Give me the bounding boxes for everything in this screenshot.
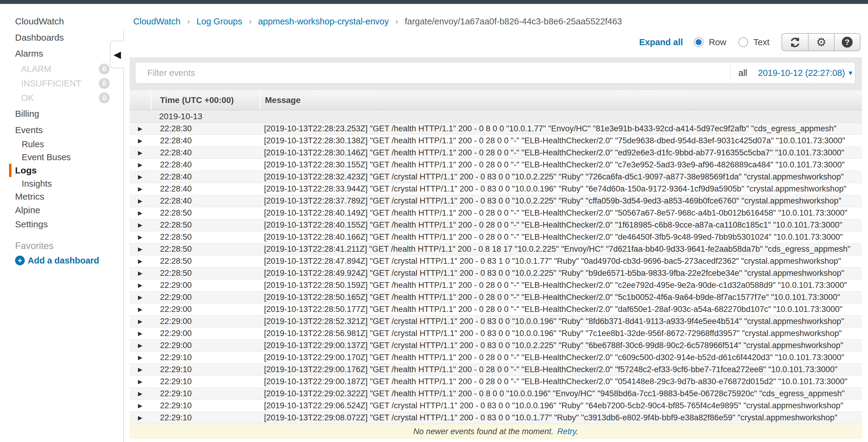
event-time: 22:28:30 bbox=[151, 124, 259, 133]
log-event-row[interactable]: ▶ 22:29:10 [2019-10-13T22:29:00.176Z] "G… bbox=[130, 364, 862, 376]
time-scope-label[interactable]: all bbox=[738, 68, 747, 78]
favorites-header: Favorites bbox=[0, 238, 124, 254]
help-button[interactable]: ? bbox=[834, 34, 860, 50]
sidebar-item-insufficient[interactable]: INSUFFICIENT 0 bbox=[0, 76, 124, 91]
sidebar-item-metrics[interactable]: Metrics bbox=[0, 190, 124, 203]
log-event-row[interactable]: ▶ 22:28:40 [2019-10-13T22:28:37.789Z] "G… bbox=[130, 195, 862, 207]
row-expander[interactable]: ▶ bbox=[130, 294, 151, 301]
expander-icon: ▶ bbox=[138, 282, 143, 289]
event-message: [2019-10-13T22:29:00.170Z] "GET /health … bbox=[259, 353, 862, 362]
sidebar-item-logs[interactable]: Logs bbox=[0, 164, 124, 177]
expander-icon: ▶ bbox=[138, 185, 143, 193]
row-expander[interactable]: ▶ bbox=[130, 210, 151, 216]
sidebar-item-event-buses[interactable]: Event Buses bbox=[0, 151, 124, 164]
expander-icon: ▶ bbox=[138, 125, 143, 132]
expand-all-link[interactable]: Expand all bbox=[639, 37, 683, 47]
log-event-row[interactable]: ▶ 22:29:10 [2019-10-13T22:29:06.524Z] "G… bbox=[130, 400, 862, 412]
retry-link[interactable]: Retry. bbox=[557, 427, 578, 436]
log-event-row[interactable]: ▶ 22:29:10 [2019-10-13T22:29:02.322Z] "G… bbox=[130, 388, 862, 400]
event-message: [2019-10-13T22:28:30.138Z] "GET /health … bbox=[259, 136, 862, 145]
sidebar-item-insights[interactable]: Insights bbox=[0, 177, 124, 190]
expander-icon: ▶ bbox=[138, 366, 143, 373]
log-event-row[interactable]: ▶ 22:29:00 [2019-10-13T22:28:56.981Z] "G… bbox=[130, 328, 862, 340]
log-event-row[interactable]: ▶ 22:28:40 [2019-10-13T22:28:32.423Z] "G… bbox=[130, 171, 862, 183]
add-dashboard-button[interactable]: + Add a dashboard bbox=[0, 254, 124, 267]
text-view-radio[interactable] bbox=[738, 37, 748, 47]
row-expander[interactable]: ▶ bbox=[130, 222, 151, 229]
log-event-row[interactable]: ▶ 22:29:00 [2019-10-13T22:28:50.177Z] "G… bbox=[130, 304, 862, 315]
event-time: 22:28:40 bbox=[151, 196, 259, 206]
settings-button[interactable]: ⚙ bbox=[808, 34, 834, 50]
row-expander[interactable]: ▶ bbox=[130, 185, 151, 193]
sidebar-item-rules[interactable]: Rules bbox=[0, 138, 124, 151]
active-accent-bar bbox=[9, 164, 11, 177]
row-expander[interactable]: ▶ bbox=[130, 246, 151, 252]
log-event-row[interactable]: ▶ 22:29:00 [2019-10-13T22:28:50.165Z] "G… bbox=[130, 292, 862, 304]
row-view-label[interactable]: Row bbox=[709, 37, 726, 47]
refresh-button[interactable] bbox=[782, 34, 808, 50]
log-event-row[interactable]: ▶ 22:28:50 [2019-10-13T22:28:41.211Z] "G… bbox=[130, 243, 862, 255]
sidebar-item-settings[interactable]: Settings bbox=[0, 217, 124, 232]
row-expander[interactable]: ▶ bbox=[130, 161, 151, 168]
filter-events-input[interactable] bbox=[135, 62, 730, 83]
row-expander[interactable]: ▶ bbox=[130, 402, 151, 409]
log-event-row[interactable]: ▶ 22:28:50 [2019-10-13T22:28:40.166Z] "G… bbox=[130, 231, 862, 243]
sidebar-item-cloudwatch[interactable]: CloudWatch bbox=[0, 13, 124, 30]
row-expander[interactable]: ▶ bbox=[130, 390, 151, 397]
expander-icon: ▶ bbox=[138, 173, 143, 180]
log-event-row[interactable]: ▶ 22:28:50 [2019-10-13T22:28:49.924Z] "G… bbox=[130, 267, 862, 279]
expander-icon: ▶ bbox=[138, 210, 143, 216]
expander-icon: ▶ bbox=[138, 270, 143, 277]
breadcrumb-log-group[interactable]: appmesh-workshop-crystal-envoy bbox=[258, 16, 389, 27]
log-event-row[interactable]: ▶ 22:29:00 [2019-10-13T22:28:50.159Z] "G… bbox=[130, 279, 862, 292]
log-event-row[interactable]: ▶ 22:28:40 [2019-10-13T22:28:30.155Z] "G… bbox=[130, 159, 862, 171]
log-event-row[interactable]: ▶ 22:28:40 [2019-10-13T22:28:30.146Z] "G… bbox=[130, 147, 862, 159]
row-expander[interactable]: ▶ bbox=[130, 354, 151, 361]
row-expander[interactable]: ▶ bbox=[130, 366, 151, 373]
log-event-row[interactable]: ▶ 22:28:50 [2019-10-13T22:28:40.149Z] "G… bbox=[130, 207, 862, 219]
row-expander[interactable]: ▶ bbox=[130, 270, 151, 277]
row-expander[interactable]: ▶ bbox=[130, 234, 151, 241]
log-event-row[interactable]: ▶ 22:29:10 [2019-10-13T22:29:00.170Z] "G… bbox=[130, 352, 862, 364]
row-expander[interactable]: ▶ bbox=[130, 378, 151, 385]
sidebar-item-alarms[interactable]: Alarms bbox=[0, 45, 124, 62]
row-expander[interactable]: ▶ bbox=[130, 198, 151, 204]
log-event-row[interactable]: ▶ 22:28:30 [2019-10-13T22:28:23.253Z] "G… bbox=[130, 123, 862, 135]
date-range-dropdown[interactable]: 2019-10-12 (22:27:08) bbox=[758, 68, 845, 78]
row-expander[interactable]: ▶ bbox=[130, 173, 151, 180]
log-events-panel: all 2019-10-12 (22:27:08) ▾ Time (UTC +0… bbox=[130, 57, 862, 439]
log-event-row[interactable]: ▶ 22:28:40 [2019-10-13T22:28:33.944Z] "G… bbox=[130, 183, 862, 195]
row-expander[interactable]: ▶ bbox=[130, 414, 151, 421]
sidebar-collapse-button[interactable]: ◀ bbox=[110, 41, 124, 68]
log-event-row[interactable]: ▶ 22:28:50 [2019-10-13T22:28:40.155Z] "G… bbox=[130, 219, 862, 231]
row-expander[interactable]: ▶ bbox=[130, 125, 151, 132]
row-view-radio[interactable] bbox=[694, 37, 704, 47]
sidebar-item-billing[interactable]: Billing bbox=[0, 105, 124, 123]
breadcrumb-log-groups[interactable]: Log Groups bbox=[196, 16, 242, 27]
sidebar-item-dashboards[interactable]: Dashboards bbox=[0, 30, 124, 45]
main-content: CloudWatch › Log Groups › appmesh-worksh… bbox=[124, 4, 868, 442]
log-event-row[interactable]: ▶ 22:28:50 [2019-10-13T22:28:47.894Z] "G… bbox=[130, 255, 862, 267]
refresh-icon bbox=[789, 36, 801, 48]
row-expander[interactable]: ▶ bbox=[130, 258, 151, 265]
log-event-row[interactable]: ▶ 22:29:10 [2019-10-13T22:29:08.072Z] "G… bbox=[130, 412, 862, 424]
event-time: 22:29:10 bbox=[151, 353, 259, 362]
row-expander[interactable]: ▶ bbox=[130, 149, 151, 156]
log-event-row[interactable]: ▶ 22:29:00 [2019-10-13T22:28:52.321Z] "G… bbox=[130, 315, 862, 328]
sidebar-item-alpine[interactable]: Alpine bbox=[0, 203, 124, 217]
sidebar-item-events[interactable]: Events bbox=[0, 123, 124, 138]
row-expander[interactable]: ▶ bbox=[130, 306, 151, 313]
sidebar-item-alarm[interactable]: ALARM 0 bbox=[0, 62, 124, 76]
row-expander[interactable]: ▶ bbox=[130, 282, 151, 289]
chevron-down-icon[interactable]: ▾ bbox=[849, 69, 852, 77]
log-event-row[interactable]: ▶ 22:28:40 [2019-10-13T22:28:30.138Z] "G… bbox=[130, 135, 862, 147]
sidebar-item-ok[interactable]: OK 0 bbox=[0, 91, 124, 105]
row-expander[interactable]: ▶ bbox=[130, 318, 151, 325]
row-expander[interactable]: ▶ bbox=[130, 137, 151, 144]
log-event-row[interactable]: ▶ 22:29:10 [2019-10-13T22:29:00.187Z] "G… bbox=[130, 376, 862, 388]
row-expander[interactable]: ▶ bbox=[130, 330, 151, 337]
text-view-label[interactable]: Text bbox=[753, 37, 770, 47]
log-event-row[interactable]: ▶ 22:29:00 [2019-10-13T22:29:00.137Z] "G… bbox=[130, 340, 862, 352]
row-expander[interactable]: ▶ bbox=[130, 342, 151, 349]
breadcrumb-cloudwatch[interactable]: CloudWatch bbox=[133, 16, 181, 27]
